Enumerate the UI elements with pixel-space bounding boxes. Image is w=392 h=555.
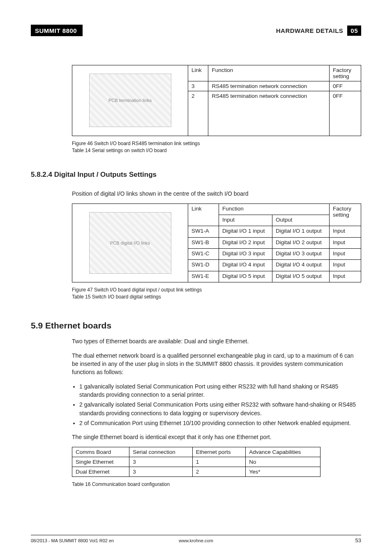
page-header: SUMMIT 8800 HARDWARE DETAILS 05: [31, 25, 361, 36]
cell-link: SW1-C: [188, 249, 219, 260]
cell-factory: Input: [330, 237, 361, 248]
list-item: 2 of Communication Port using Ethernet 1…: [79, 419, 361, 427]
digital-io-image-cell: PCB digital I/O links: [72, 204, 188, 282]
cell-serial: 3: [129, 467, 193, 477]
table-row: Single Ethernet 3 1 No: [72, 457, 321, 467]
page: SUMMIT 8800 HARDWARE DETAILS 05 PCB term…: [0, 0, 392, 555]
rs485-pcb-image: PCB termination links: [89, 74, 171, 127]
cell-link: 3: [188, 81, 208, 91]
th-serial: Serial connection: [129, 447, 193, 457]
list-item: 1 galvanically isolated Serial Communica…: [79, 382, 361, 399]
th-output: Output: [272, 215, 330, 226]
cell-link: SW1-E: [188, 271, 219, 282]
ethernet-p1: Two types of Ethernet boards are availab…: [72, 337, 361, 345]
th-function: Function: [219, 204, 330, 215]
header-section-number: 05: [347, 25, 361, 36]
cell-advance: Yes*: [246, 467, 321, 477]
table-14-caption: Table 14 Serial settings on switch I/O b…: [72, 147, 361, 154]
cell-advance: No: [246, 457, 321, 467]
cell-link: 2: [188, 91, 208, 136]
cell-input: Digital I/O 1 input: [219, 226, 272, 237]
ethernet-p3: The single Ethernet board is identical e…: [72, 433, 361, 441]
cell-link: SW1-A: [188, 226, 219, 237]
cell-factory: Input: [330, 271, 361, 282]
cell-input: Digital I/O 4 input: [219, 260, 272, 271]
header-section: HARDWARE DETAILS 05: [276, 25, 361, 36]
cell-factory: Input: [330, 260, 361, 271]
header-section-title: HARDWARE DETAILS: [276, 27, 344, 34]
figure-47-caption: Figure 47 Switch I/O board digital input…: [72, 287, 361, 294]
cell-function: RS485 termination network connection: [208, 81, 330, 91]
cell-output: Digital I/O 2 output: [272, 237, 330, 248]
th-link: Link: [188, 65, 208, 81]
cell-function: RS485 termination network connection: [208, 91, 330, 136]
cell-input: Digital I/O 2 input: [219, 237, 272, 248]
th-function: Function: [208, 65, 330, 81]
digital-io-block: Position of digital I/O links shown in t…: [72, 190, 361, 301]
rs485-table-block: PCB termination links Link Function Fact…: [72, 65, 361, 154]
page-footer: 08/2013 - MA SUMMIT 8800 Vol1 R02 en www…: [31, 535, 361, 543]
rs485-table: PCB termination links Link Function Fact…: [72, 65, 361, 136]
th-ethernet-ports: Ethernet ports: [192, 447, 246, 457]
cell-ports: 1: [192, 457, 246, 467]
cell-board: Single Ethernet: [72, 457, 129, 467]
digital-io-pcb-image: PCB digital I/O links: [89, 212, 171, 274]
th-link: Link: [188, 204, 219, 226]
table-16-caption: Table 16 Communication board configurati…: [72, 481, 361, 488]
figure-46-caption: Figure 46 Switch I/O board RS485 termina…: [72, 140, 361, 147]
cell-factory: 0FF: [330, 81, 361, 91]
rs485-image-cell: PCB termination links: [72, 65, 188, 136]
cell-ports: 2: [192, 467, 246, 477]
cell-output: Digital I/O 5 output: [272, 271, 330, 282]
th-advance: Advance Capabilities: [246, 447, 321, 457]
cell-output: Digital I/O 4 output: [272, 260, 330, 271]
cell-link: SW1-B: [188, 237, 219, 248]
heading-5-9: 5.9 Ethernet boards: [31, 321, 361, 331]
cell-input: Digital I/O 3 input: [219, 249, 272, 260]
table-row: Dual Ethernet 3 2 Yes*: [72, 467, 321, 477]
cell-output: Digital I/O 1 output: [272, 226, 330, 237]
table-15-caption: Table 15 Switch I/O board digital settin…: [72, 294, 361, 301]
cell-factory: Input: [330, 249, 361, 260]
cell-board: Dual Ethernet: [72, 467, 129, 477]
th-factory: Factory setting: [330, 204, 361, 226]
cell-factory: Input: [330, 226, 361, 237]
cell-output: Digital I/O 3 output: [272, 249, 330, 260]
ethernet-block: Two types of Ethernet boards are availab…: [72, 337, 361, 488]
digital-io-intro: Position of digital I/O links shown in t…: [72, 190, 361, 198]
footer-left: 08/2013 - MA SUMMIT 8800 Vol1 R02 en: [31, 538, 114, 543]
comms-board-table: Comms Board Serial connection Ethernet p…: [72, 447, 321, 477]
header-product: SUMMIT 8800: [31, 25, 83, 36]
cell-factory: 0FF: [330, 91, 361, 136]
th-comms-board: Comms Board: [72, 447, 129, 457]
th-input: Input: [219, 215, 272, 226]
heading-5-8-2-4: 5.8.2.4 Digital Input / Outputs Settings: [31, 171, 361, 179]
digital-io-table: PCB digital I/O links Link Function Fact…: [72, 204, 361, 282]
list-item: 2 galvanically isolated Serial Communica…: [79, 400, 361, 417]
cell-serial: 3: [129, 457, 193, 467]
cell-input: Digital I/O 5 input: [219, 271, 272, 282]
ethernet-bullets: 1 galvanically isolated Serial Communica…: [72, 382, 361, 427]
cell-link: SW1-D: [188, 260, 219, 271]
ethernet-p2: The dual ethernet network board is a qua…: [72, 352, 361, 377]
th-factory: Factory setting: [330, 65, 361, 81]
